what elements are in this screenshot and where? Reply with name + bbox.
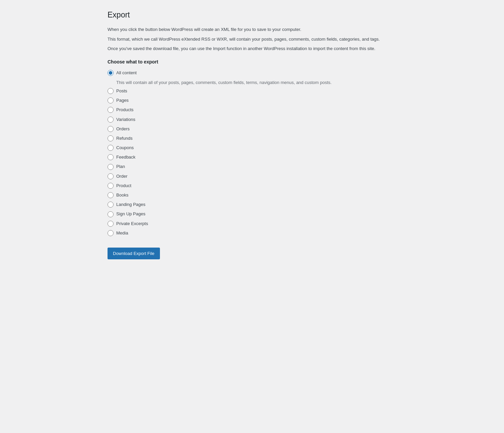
radio-coupons[interactable] xyxy=(108,145,114,151)
page-title: Export xyxy=(108,10,396,20)
radio-refunds[interactable] xyxy=(108,135,114,141)
label-pages: Pages xyxy=(116,97,129,103)
export-option-sign-up-pages: Sign Up Pages xyxy=(108,211,396,217)
radio-feedback[interactable] xyxy=(108,154,114,160)
radio-books[interactable] xyxy=(108,192,114,198)
radio-orders[interactable] xyxy=(108,126,114,132)
radio-posts[interactable] xyxy=(108,88,114,94)
label-coupons: Coupons xyxy=(116,145,134,151)
export-option-refunds: Refunds xyxy=(108,135,396,141)
label-media: Media xyxy=(116,230,128,236)
export-option-variations: Variations xyxy=(108,117,396,123)
all-content-description: This will contain all of your posts, pag… xyxy=(116,79,396,86)
label-refunds: Refunds xyxy=(116,135,132,141)
description-block: When you click the button below WordPres… xyxy=(108,26,396,52)
label-plan: Plan xyxy=(116,164,125,170)
export-option-posts: Posts xyxy=(108,88,396,94)
radio-sign-up-pages[interactable] xyxy=(108,211,114,217)
export-option-landing-pages: Landing Pages xyxy=(108,202,396,208)
radio-order[interactable] xyxy=(108,173,114,179)
label-landing-pages: Landing Pages xyxy=(116,202,145,208)
label-feedback: Feedback xyxy=(116,154,135,160)
export-options-list: All content This will contain all of you… xyxy=(108,70,396,236)
label-variations: Variations xyxy=(116,117,135,123)
label-private-excerpts: Private Excerpts xyxy=(116,221,148,227)
export-option-plan: Plan xyxy=(108,164,396,170)
description-3: Once you've saved the download file, you… xyxy=(108,45,396,52)
all-content-label[interactable]: All content xyxy=(108,70,137,76)
export-option-order: Order xyxy=(108,173,396,179)
radio-variations[interactable] xyxy=(108,117,114,123)
radio-all-content[interactable] xyxy=(108,70,114,76)
export-option-product: Product xyxy=(108,183,396,189)
radio-media[interactable] xyxy=(108,230,114,236)
radio-products[interactable] xyxy=(108,107,114,113)
description-1: When you click the button below WordPres… xyxy=(108,26,396,33)
label-products: Products xyxy=(116,107,133,113)
label-product: Product xyxy=(116,183,131,189)
export-option-coupons: Coupons xyxy=(108,145,396,151)
radio-plan[interactable] xyxy=(108,164,114,170)
choose-heading: Choose what to export xyxy=(108,59,396,64)
export-option-media: Media xyxy=(108,230,396,236)
radio-landing-pages[interactable] xyxy=(108,202,114,208)
export-option-products: Products xyxy=(108,107,396,113)
label-order: Order xyxy=(116,173,127,179)
radio-product[interactable] xyxy=(108,183,114,189)
all-content-description-item: This will contain all of your posts, pag… xyxy=(108,79,396,86)
radio-private-excerpts[interactable] xyxy=(108,221,114,227)
export-option-orders: Orders xyxy=(108,126,396,132)
export-option-books: Books xyxy=(108,192,396,198)
export-page: Export When you click the button below W… xyxy=(101,0,403,269)
description-2: This format, which we call WordPress eXt… xyxy=(108,36,396,43)
download-export-button[interactable]: Download Export File xyxy=(108,248,160,260)
export-option-pages: Pages xyxy=(108,97,396,103)
export-option-feedback: Feedback xyxy=(108,154,396,160)
label-books: Books xyxy=(116,192,128,198)
label-sign-up-pages: Sign Up Pages xyxy=(116,211,145,217)
label-posts: Posts xyxy=(116,88,127,94)
label-orders: Orders xyxy=(116,126,130,132)
radio-pages[interactable] xyxy=(108,97,114,103)
all-content-label-text: All content xyxy=(116,70,137,76)
export-option-all-content: All content xyxy=(108,70,396,76)
export-option-private-excerpts: Private Excerpts xyxy=(108,221,396,227)
